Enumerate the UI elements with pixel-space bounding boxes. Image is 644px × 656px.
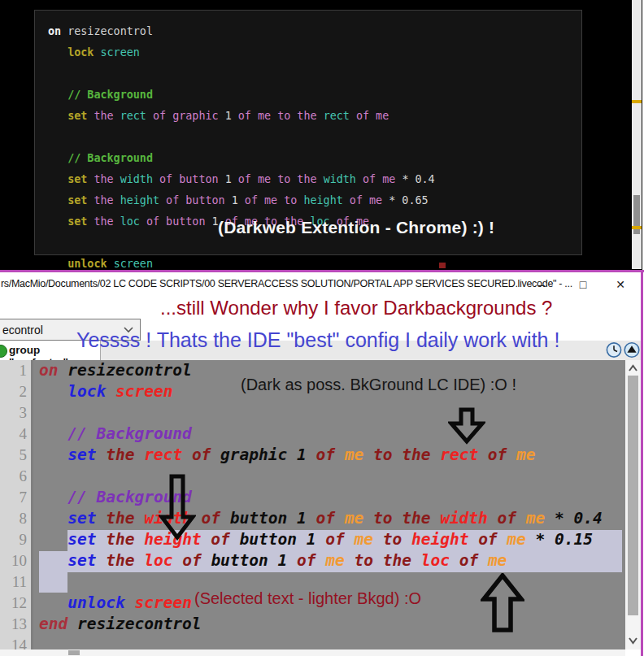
code-line[interactable] xyxy=(39,635,603,649)
scrollbar-mark xyxy=(632,226,642,229)
code-line[interactable]: on resizecontrol xyxy=(48,23,435,44)
line-number: 3 xyxy=(0,402,31,424)
arrow-up-icon xyxy=(481,573,524,633)
code-line[interactable]: set the width of button 1 of me to the w… xyxy=(39,508,603,529)
line-number: 4 xyxy=(0,424,31,445)
line-number: 1 xyxy=(0,360,31,381)
line-number: 6 xyxy=(0,466,31,487)
light-gutter[interactable]: 1234567891011121314 xyxy=(0,360,33,649)
horizontal-scrollbar[interactable] xyxy=(0,649,625,656)
code-line[interactable]: // Background xyxy=(48,150,435,171)
window-title: rs/MacMio/Documents/02 LC CODE SCRIPTS/0… xyxy=(1,278,572,289)
code-line[interactable]: // Background xyxy=(39,424,603,445)
favor-dark-annotation: ...still Wonder why I favor Darkbackgrou… xyxy=(160,297,552,319)
scrollbar-thumb[interactable] xyxy=(68,650,80,655)
vertical-scrollbar[interactable] xyxy=(625,360,641,649)
maximize-button[interactable]: □ xyxy=(574,276,592,293)
group-status-icon xyxy=(0,345,7,358)
line-number: 8 xyxy=(0,508,31,529)
window-border-right xyxy=(641,270,643,656)
handler-dropdown-value: econtrol xyxy=(2,324,43,337)
arrow-down-icon xyxy=(159,474,196,541)
line-number: 5 xyxy=(0,445,31,466)
screenshot-stage: on resizecontrol lock screen // Backgrou… xyxy=(0,0,644,656)
code-line[interactable]: set the rect of graphic 1 of me to the r… xyxy=(39,445,603,466)
darkweb-annotation: (Darkweb Extention - Chrome) :) ! xyxy=(218,218,494,237)
code-line[interactable]: set the rect of graphic 1 of me to the r… xyxy=(48,107,435,128)
code-line[interactable]: set the height of button 1 of me to heig… xyxy=(48,192,435,213)
scroll-down-icon[interactable] xyxy=(628,636,638,645)
line-number: 13 xyxy=(0,614,31,635)
line-number: 10 xyxy=(0,550,31,571)
line-number: 9 xyxy=(0,529,31,550)
dark-code[interactable]: on resizecontrol lock screen // Backgrou… xyxy=(48,23,435,298)
window-titlebar: rs/MacMio/Documents/02 LC CODE SCRIPTS/0… xyxy=(0,272,641,296)
scroll-up-icon[interactable] xyxy=(628,364,638,372)
code-line[interactable] xyxy=(48,128,435,150)
line-number: 2 xyxy=(0,381,31,402)
arrow-down-icon xyxy=(448,407,485,445)
line-number: 12 xyxy=(0,593,31,614)
dark-editor-section: on resizecontrol lock screen // Backgrou… xyxy=(0,0,642,270)
code-line[interactable] xyxy=(39,402,603,424)
scrollbar-mark xyxy=(632,100,642,103)
code-line[interactable]: set the loc of button 1 of me to the loc… xyxy=(39,550,603,571)
dark-code-panel[interactable]: on resizecontrol lock screen // Backgrou… xyxy=(34,10,582,255)
dark-ide-annotation: (Dark as poss. BkGround LC IDE) :O ! xyxy=(241,376,516,394)
code-line[interactable]: set the height of button 1 of me to heig… xyxy=(39,529,603,550)
line-number: 14 xyxy=(0,635,31,649)
code-line[interactable]: set the width of button 1 of me to the w… xyxy=(48,171,435,192)
code-line[interactable]: // Background xyxy=(48,86,435,107)
code-line[interactable] xyxy=(48,65,435,86)
code-line[interactable] xyxy=(39,466,603,487)
selected-text-annotation: (Selected text - lighter Bkgd) :O xyxy=(194,589,421,608)
line-number: 11 xyxy=(0,571,31,593)
code-line[interactable]: lock screen xyxy=(48,44,435,65)
close-button[interactable]: ✕ xyxy=(611,276,629,293)
minimize-button[interactable]: – xyxy=(533,276,550,293)
ide-config-annotation: Yessss ! Thats the IDE "best" config I d… xyxy=(76,328,559,352)
scrollbar-thumb[interactable] xyxy=(628,376,638,615)
code-line[interactable]: // Background xyxy=(39,487,603,508)
red-tick-decor xyxy=(439,263,446,268)
collapse-up-icon[interactable] xyxy=(623,341,641,358)
line-number: 7 xyxy=(0,487,31,508)
dark-editor-scrollbar[interactable] xyxy=(632,0,642,269)
clock-icon[interactable] xyxy=(605,341,623,358)
